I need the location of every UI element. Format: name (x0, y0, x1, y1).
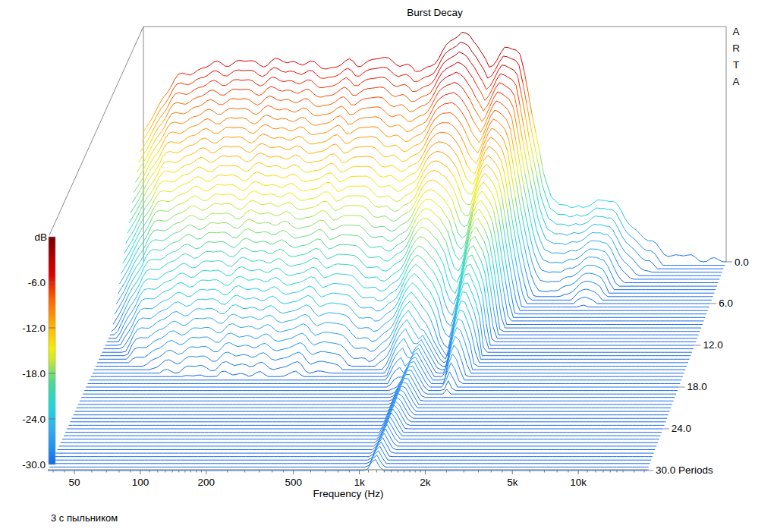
waterfall-slice-2 (140, 52, 724, 269)
x-axis-title: Frequency (Hz) (48, 488, 649, 499)
plot-back-wall (49, 27, 726, 262)
arta-letter: T (728, 57, 744, 74)
waterfall-slice-51 (62, 420, 659, 439)
waterfall-slice-28 (99, 301, 689, 359)
period-tick-label: 18.0 (687, 381, 707, 392)
x-tick-label: 50 (69, 477, 80, 488)
waterfall-slice-50 (64, 417, 660, 436)
x-tick-label: 500 (285, 477, 302, 488)
waterfall-slice-55 (56, 438, 654, 454)
arta-burst-decay-window: -6.0-12.0-18.0-24.0-30.0501002005001k2k5… (0, 0, 777, 532)
waterfall-slice-60 (48, 459, 647, 471)
waterfall-slice-17 (116, 200, 703, 321)
x-tick-label: 10k (570, 477, 587, 488)
waterfall-plot-canvas: -6.0-12.0-18.0-24.0-30.0501002005001k2k5… (0, 0, 777, 532)
arta-letter: A (728, 24, 744, 40)
x-axis: 501002005001k2k5k10k (48, 470, 649, 488)
arta-logo: A R T A (728, 24, 744, 90)
waterfall-slice-4 (137, 72, 722, 275)
x-tick-label: 5k (507, 477, 518, 488)
waterfall-slice-8 (131, 113, 716, 290)
waterfall-slice-35 (88, 357, 681, 384)
period-tick-label: 12.0 (703, 339, 722, 351)
measurement-caption: 3 с пыльником (51, 512, 118, 524)
waterfall-slice-5 (136, 82, 720, 279)
waterfall-slice-10 (127, 132, 713, 296)
x-tick-label: 1k (354, 477, 365, 488)
colorbar-tick-label: -24.0 (22, 414, 46, 425)
waterfall-slice-9 (129, 123, 714, 294)
colorbar-tick-label: -18.0 (22, 368, 46, 379)
colorbar-db-label: dB (34, 231, 47, 243)
waterfall-slice-20 (112, 227, 700, 332)
x-tick-label: 100 (132, 477, 149, 488)
period-tick-label: 24.0 (672, 423, 691, 434)
waterfall-slice-3 (139, 62, 722, 272)
waterfall-slice-52 (61, 424, 658, 442)
waterfall-slice-24 (105, 264, 695, 345)
colorbar-legend: -6.0-12.0-18.0-24.0-30.0 (22, 237, 55, 471)
period-tick-label: 30.0 Periods (656, 464, 713, 476)
arta-letter: A (728, 74, 744, 90)
period-tick-label: 6.0 (719, 297, 733, 309)
waterfall-slice-27 (100, 292, 690, 356)
colorbar-tick-label: -12.0 (22, 323, 46, 334)
waterfall-slice-58 (51, 451, 650, 464)
colorbar-tick-label: -30.0 (22, 459, 46, 471)
arta-letter: R (728, 40, 744, 57)
waterfall-slice-11 (126, 142, 712, 301)
waterfall-slice-1 (142, 42, 725, 266)
waterfall-slice-49 (65, 413, 662, 433)
x-tick-label: 200 (198, 477, 215, 488)
waterfall-slice-6 (134, 93, 718, 283)
waterfall-slice-21 (110, 236, 699, 335)
period-tick-label: 0.0 (735, 257, 749, 268)
colorbar-tick-label: -6.0 (28, 277, 46, 288)
x-tick-label: 2k (420, 477, 431, 488)
waterfall-slice-53 (59, 429, 656, 446)
chart-title: Burst Decay (143, 7, 726, 18)
waterfall-slice-48 (67, 409, 663, 429)
